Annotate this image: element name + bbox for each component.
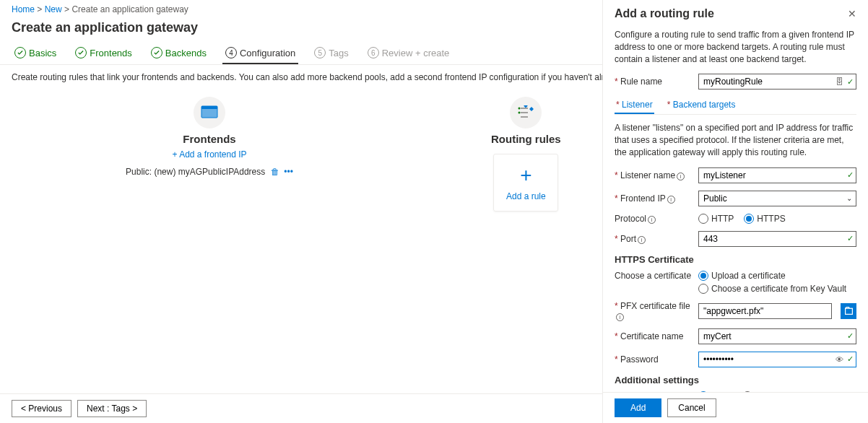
info-icon[interactable]: i: [638, 236, 646, 244]
add-frontend-ip-link[interactable]: + Add a frontend IP: [172, 149, 246, 160]
frontends-title: Frontends: [183, 133, 235, 145]
panel-help-text: Configure a routing rule to send traffic…: [615, 29, 856, 65]
frontend-ip-select[interactable]: [698, 191, 856, 206]
breadcrumb-home[interactable]: Home: [12, 4, 35, 14]
check-icon: ✓: [847, 170, 854, 180]
tab-basics[interactable]: Basics: [12, 43, 59, 64]
next-button[interactable]: Next : Tags >: [77, 400, 147, 417]
check-icon: ✓: [847, 354, 854, 364]
frontend-item-label: Public: (new) myAGPublicIPAddress: [126, 167, 265, 177]
svg-rect-1: [201, 106, 217, 109]
server-icon: 🗄: [836, 77, 843, 86]
previous-button[interactable]: < Previous: [12, 400, 71, 417]
close-icon[interactable]: ✕: [848, 8, 856, 19]
protocol-label: Protocoli: [615, 214, 693, 224]
frontends-icon: [194, 97, 225, 128]
https-certificate-header: HTTPS Certificate: [615, 254, 856, 265]
svg-point-3: [518, 112, 521, 114]
additional-settings-header: Additional settings: [615, 375, 856, 385]
tab-review[interactable]: 6 Review + create: [365, 43, 453, 64]
wizard-footer: < Previous Next : Tags >: [0, 393, 602, 423]
add-rule-link[interactable]: Add a rule: [506, 191, 546, 201]
svg-rect-4: [845, 309, 852, 315]
choose-certificate-label: Choose a certificate: [615, 271, 693, 281]
tab-frontends[interactable]: Frontends: [72, 43, 135, 64]
svg-point-2: [518, 108, 521, 110]
add-routing-rule-panel: Add a routing rule ✕ Configure a routing…: [602, 0, 868, 423]
add-button[interactable]: Add: [615, 398, 661, 417]
breadcrumb-current: Create an application gateway: [71, 4, 188, 14]
routing-rules-icon: [510, 97, 542, 128]
subtab-backend-targets[interactable]: * Backend targets: [666, 97, 737, 114]
more-icon[interactable]: •••: [284, 167, 293, 177]
upload-certificate-radio[interactable]: Upload a certificate: [698, 271, 846, 281]
plus-icon: +: [520, 164, 531, 187]
panel-footer: Add Cancel: [603, 392, 868, 423]
frontend-item: Public: (new) myAGPublicIPAddress 🗑 •••: [116, 164, 303, 180]
certificate-name-input[interactable]: [698, 328, 856, 344]
check-icon: ✓: [847, 331, 854, 341]
panel-title: Add a routing rule: [615, 7, 714, 20]
delete-icon[interactable]: 🗑: [271, 167, 279, 177]
listener-name-label: Listener namei: [615, 170, 693, 180]
password-label: Password: [615, 354, 693, 365]
breadcrumb-new[interactable]: New: [45, 4, 62, 14]
info-icon[interactable]: i: [667, 196, 675, 204]
tab-backends[interactable]: Backends: [148, 43, 209, 64]
frontends-column: Frontends + Add a frontend IP Public: (n…: [116, 97, 303, 212]
listener-name-input[interactable]: [698, 167, 856, 183]
listener-help-text: A listener "listens" on a specified port…: [615, 122, 856, 158]
protocol-https-radio[interactable]: HTTPS: [744, 214, 785, 224]
check-icon: ✓: [847, 234, 854, 243]
panel-subtabs: * Listener * Backend targets: [615, 97, 856, 115]
browse-file-button[interactable]: [841, 303, 856, 319]
keyvault-certificate-radio[interactable]: Choose a certificate from Key Vault: [698, 284, 846, 294]
pfx-file-label: PFX certificate filei: [615, 301, 693, 321]
routing-rules-title: Routing rules: [491, 133, 561, 145]
add-rule-card[interactable]: + Add a rule: [493, 154, 558, 212]
port-label: Porti: [615, 234, 693, 244]
pfx-file-input[interactable]: [698, 303, 832, 319]
rule-name-label: Rule name: [615, 77, 693, 87]
cancel-button[interactable]: Cancel: [667, 398, 716, 417]
password-input[interactable]: [698, 352, 856, 367]
tab-tags[interactable]: 5 Tags: [311, 43, 351, 64]
routing-rules-column: Routing rules + Add a rule: [491, 97, 561, 212]
certificate-name-label: Certificate name: [615, 331, 693, 341]
rule-name-input[interactable]: [698, 74, 856, 90]
port-input[interactable]: [698, 231, 856, 247]
eye-icon[interactable]: 👁: [836, 355, 843, 364]
info-icon[interactable]: i: [648, 216, 656, 224]
check-icon: ✓: [847, 77, 854, 87]
frontend-ip-label: Frontend IPi: [615, 193, 693, 204]
tab-configuration[interactable]: 4 Configuration: [222, 43, 298, 64]
info-icon[interactable]: i: [677, 173, 685, 180]
protocol-http-radio[interactable]: HTTP: [698, 214, 734, 224]
info-icon[interactable]: i: [616, 313, 624, 321]
subtab-listener[interactable]: * Listener: [615, 97, 654, 114]
